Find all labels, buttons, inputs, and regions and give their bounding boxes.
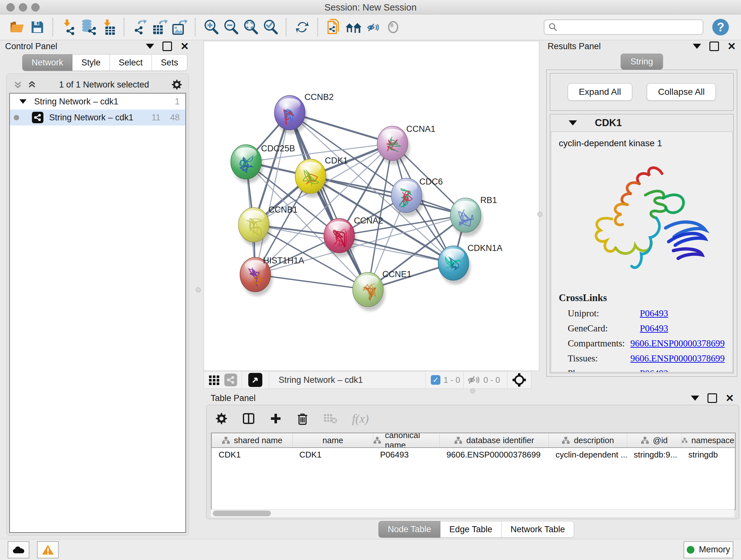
column-header-label: name <box>322 435 343 445</box>
column-header--id[interactable]: @id <box>627 433 681 447</box>
help-button[interactable]: ? <box>712 19 729 36</box>
table-cell[interactable]: stringdb:9... <box>627 448 681 461</box>
zoom-fit-icon[interactable] <box>241 18 261 37</box>
hidden-items-icon[interactable] <box>468 375 480 385</box>
import-table-icon[interactable] <box>98 18 118 37</box>
tab-string[interactable]: String <box>621 54 663 70</box>
network-edge-count: 48 <box>170 113 180 123</box>
network-collection-row[interactable]: String Network – cdk1 1 <box>10 94 185 110</box>
column-header-database-identifier[interactable]: database identifier <box>440 433 549 447</box>
zoom-in-icon[interactable] <box>201 18 221 37</box>
node-label-cdk1: CDK1 <box>325 156 348 165</box>
crosslink-link[interactable]: 9606.ENSP00000378699 <box>630 353 725 364</box>
panel-float-icon[interactable] <box>710 42 719 51</box>
network-canvas[interactable]: CCNB2CCNA1CDC25BCDK1CDC6RB1CCNB1CCNA2CDK… <box>204 41 539 371</box>
network-node-cdc25b[interactable] <box>231 145 263 183</box>
panel-close-icon[interactable]: ✕ <box>725 393 734 403</box>
open-session-icon[interactable] <box>8 18 27 37</box>
import-network-icon[interactable] <box>59 18 79 37</box>
splitter-grip[interactable] <box>196 287 201 293</box>
export-network-icon[interactable] <box>130 18 150 37</box>
crosslink-link[interactable]: P06493 <box>640 323 668 334</box>
panel-close-icon[interactable]: ✕ <box>727 41 736 51</box>
graphics-details-icon[interactable] <box>363 18 383 37</box>
string-network-graph[interactable]: CCNB2CCNA1CDC25BCDK1CDC6RB1CCNB1CCNA2CDK… <box>204 41 539 371</box>
search-box[interactable] <box>544 19 703 35</box>
network-node-ccna1[interactable] <box>377 126 410 165</box>
network-row[interactable]: String Network – cdk1 11 48 <box>10 110 185 125</box>
table-row[interactable]: CDK1CDK1P064939606.ENSP00000378699cyclin… <box>212 448 735 461</box>
table-cell[interactable]: cyclin-dependent ... <box>549 448 627 461</box>
gear-icon[interactable] <box>172 79 182 90</box>
network-node-rb1[interactable] <box>450 198 483 237</box>
collection-expand-icon[interactable] <box>19 99 26 104</box>
panel-float-icon[interactable] <box>708 393 717 403</box>
tab-sets[interactable]: Sets <box>152 54 187 71</box>
table-cell[interactable]: 9606.ENSP00000378699 <box>440 448 549 461</box>
network-node-ccnb2[interactable] <box>274 96 307 134</box>
memory-label: Memory <box>699 545 730 555</box>
network-node-ccne1[interactable] <box>353 272 385 311</box>
cytoscape-window: Session: New Session <box>0 0 741 560</box>
add-column-icon[interactable] <box>270 413 282 425</box>
table-gear-icon[interactable] <box>215 413 227 425</box>
selected-items-checkbox[interactable]: ✓ <box>431 375 441 385</box>
export-image-icon[interactable] <box>170 18 190 37</box>
table-cell[interactable]: CDK1 <box>212 448 292 461</box>
table-cell[interactable]: P06493 <box>373 448 440 461</box>
panel-float-icon[interactable] <box>162 42 172 51</box>
tab-network[interactable]: Network <box>22 54 72 71</box>
table-horizontal-scrollbar[interactable] <box>211 509 734 517</box>
splitter-grip[interactable] <box>470 388 475 393</box>
node-table[interactable]: shared namenamecanonical namedatabase id… <box>211 433 736 510</box>
tab-edge-table[interactable]: Edge Table <box>441 521 502 538</box>
home-icon[interactable] <box>344 18 363 37</box>
network-node-cdkn1a[interactable] <box>438 246 471 285</box>
cloud-button[interactable] <box>8 541 29 558</box>
tab-network-table[interactable]: Network Table <box>502 521 575 538</box>
expand-all-button[interactable]: Expand All <box>568 83 632 101</box>
search-input[interactable] <box>558 22 699 33</box>
save-session-icon[interactable] <box>27 18 47 37</box>
table-cell[interactable]: stringdb <box>681 448 734 461</box>
column-header-canonical-name[interactable]: canonical name <box>373 433 440 447</box>
string-view-icon[interactable] <box>224 374 237 386</box>
tab-node-table[interactable]: Node Table <box>379 521 441 538</box>
column-header-shared-name[interactable]: shared name <box>212 433 292 447</box>
eye-icon[interactable] <box>383 18 403 37</box>
import-database-icon[interactable] <box>79 18 98 37</box>
network-node-ccna2[interactable] <box>324 219 356 257</box>
column-header-namespace[interactable]: namespace <box>681 433 734 447</box>
network-node-cdk1[interactable] <box>295 159 328 198</box>
crosslink-link[interactable]: 9606.ENSP00000378699 <box>630 338 725 349</box>
gene-collapse-icon[interactable] <box>569 120 577 125</box>
table-cell[interactable]: CDK1 <box>292 448 373 461</box>
warning-button[interactable] <box>37 541 59 558</box>
splitter-grip[interactable] <box>537 212 542 217</box>
export-table-icon[interactable] <box>150 18 170 37</box>
panel-close-icon[interactable]: ✕ <box>180 41 189 51</box>
grid-view-icon[interactable] <box>208 374 220 386</box>
panel-menu-icon[interactable] <box>691 395 699 401</box>
column-header-name[interactable]: name <box>292 433 373 447</box>
birdseye-view-icon[interactable] <box>248 373 262 387</box>
delete-column-icon[interactable] <box>296 412 309 425</box>
share-document-icon[interactable] <box>324 18 344 37</box>
panel-menu-icon[interactable] <box>693 44 701 49</box>
zoom-selected-icon[interactable] <box>261 18 280 37</box>
collapse-all-icon[interactable] <box>13 80 23 89</box>
expand-all-icon[interactable] <box>27 80 37 89</box>
panel-menu-icon[interactable] <box>146 44 154 49</box>
zoom-out-icon[interactable] <box>221 18 241 37</box>
tab-style[interactable]: Style <box>72 54 110 71</box>
collapse-all-button[interactable]: Collapse All <box>647 83 716 101</box>
scrollbar-thumb[interactable] <box>213 510 271 516</box>
crosslink-link[interactable]: P06493 <box>640 308 668 319</box>
fit-selected-icon[interactable] <box>512 373 527 387</box>
memory-button[interactable]: Memory <box>684 541 733 558</box>
refresh-layout-icon[interactable] <box>292 18 312 37</box>
column-header-description[interactable]: description <box>549 433 627 447</box>
crosslink-link[interactable]: P06493 <box>640 368 668 372</box>
show-columns-icon[interactable] <box>242 412 255 425</box>
tab-select[interactable]: Select <box>110 54 152 71</box>
